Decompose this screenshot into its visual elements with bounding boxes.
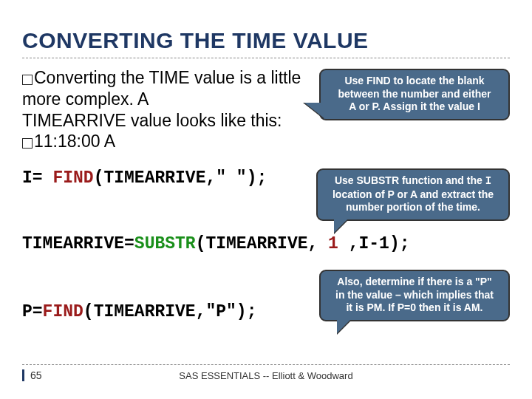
code2-seg-c: (TIMEARRIVE, [196,234,328,253]
slide-title: CONVERTING THE TIME VALUE [22,28,510,53]
callout3-line1: Also, determine if there is a "P" [337,276,491,287]
code1-seg-b: FIND [52,168,93,188]
intro-line2: 11:18:00 A [34,132,115,151]
callout2-line1a: Use SUBSTR function and the [335,174,485,186]
footer-divider [22,364,510,365]
code-row-3: P=FIND(TIMEARRIVE,"P"); Also, determine … [22,259,510,321]
callout2-line3: number portion of the time. [346,201,480,213]
intro-paragraph: Converting the TIME value is a little mo… [22,67,313,152]
callout2-line2: location of P or A and extract the [332,188,494,200]
code-line-3: P=FIND(TIMEARRIVE,"P"); [22,259,309,321]
code3-seg-b: FIND [43,302,83,321]
code1-seg-c: (TIMEARRIVE," "); [94,168,267,188]
page-number: 65 [22,369,140,381]
code2-seg-e: ,I-1); [338,234,410,253]
intro-line1a: Converting the TIME value is a little mo… [22,68,301,109]
bullet-icon [22,75,33,85]
code1-seg-a: I= [22,168,52,188]
footer-credit: SAS ESSENTIALS -- Elliott & Woodward [140,370,392,381]
code3-seg-a: P= [22,302,43,321]
bullet-icon [22,138,33,149]
callout3-line3: it is PM. If P=0 then it is AM. [346,301,482,313]
callout-tail-icon [337,318,352,333]
code-line-2: TIMEARRIVE=SUBSTR(TIMEARRIVE, 1 ,I-1); [22,234,510,253]
title-divider [22,58,510,58]
code2-seg-b: SUBSTR [134,234,196,253]
footer: 65 SAS ESSENTIALS -- Elliott & Woodward [22,364,510,381]
callout1-line2: between the number and either [338,88,491,100]
callout-find-p: Also, determine if there is a "P" in the… [319,270,510,321]
callout-find-blank: Use FIND to locate the blank between the… [319,69,510,120]
callout3-line2: in the value – which implies that [335,289,494,301]
callout-tail-icon [334,218,349,233]
footer-row: 65 SAS ESSENTIALS -- Elliott & Woodward [22,369,510,381]
code2-seg-d: 1 [328,234,338,253]
code-row-1: I= FIND(TIMEARRIVE," "); Use SUBSTR func… [22,168,510,221]
intro-paragraph-row: Converting the TIME value is a little mo… [22,67,510,152]
callout-substr: Use SUBSTR function and the I location o… [316,168,510,221]
callout-tail-icon [304,103,325,119]
callout2-line1b: I [485,175,491,187]
callout1-line1: Use FIND to locate the blank [344,75,484,86]
callout1-line3: A or P. Assign it the value I [349,100,480,112]
code2-seg-a: TIMEARRIVE= [22,234,134,253]
code3-seg-c: (TIMEARRIVE,"P"); [83,302,257,321]
intro-line1b: TIMEARRIVE value looks like this: [22,111,282,130]
code-line-1: I= FIND(TIMEARRIVE," "); [22,168,309,188]
